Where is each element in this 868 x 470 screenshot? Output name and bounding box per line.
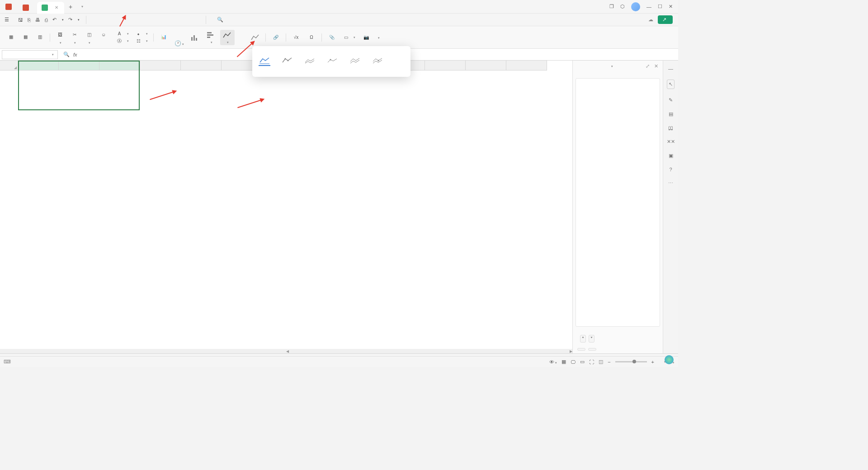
sheet-icon[interactable]: ▤ [669, 111, 673, 117]
search-icon[interactable]: 🔍 [63, 52, 70, 57]
equation-icon: √x [292, 33, 301, 42]
search-icon[interactable]: 🔍 [217, 17, 223, 23]
wordart-icon: A [116, 31, 123, 37]
tab-workbook[interactable]: ✕ [37, 2, 64, 14]
name-box[interactable]: ▾ [2, 50, 58, 59]
pivot-table-button[interactable]: ▦ [4, 32, 18, 43]
col-header-B[interactable] [59, 61, 99, 70]
backup-icon[interactable]: ▣ [669, 153, 673, 159]
wordart-button[interactable]: A▾ [113, 30, 132, 38]
grid[interactable] [0, 70, 572, 349]
show-all-button[interactable] [577, 348, 585, 351]
undo-icon[interactable]: ↶ [52, 17, 57, 23]
hide-all-button[interactable] [588, 348, 596, 351]
pin-icon[interactable]: ⤢ [646, 63, 650, 69]
equation-button[interactable]: √x [289, 32, 303, 43]
select-all-corner[interactable]: ◢ [0, 61, 18, 70]
table-icon: ▥ [35, 33, 44, 42]
bar-chart-button[interactable]: ▾ [204, 30, 218, 45]
percent-line-icon[interactable] [349, 56, 361, 66]
table-button[interactable]: ▥ [33, 32, 47, 43]
fx-icon[interactable]: fx [73, 52, 77, 57]
pane-footer: ˄ ˅ [573, 332, 663, 345]
close-icon[interactable]: ✕ [53, 5, 60, 10]
avatar[interactable] [631, 2, 640, 11]
tab-add-button[interactable]: + [64, 3, 77, 10]
cloud-icon[interactable]: ☁ [648, 17, 653, 23]
layout-view-icon[interactable]: ◫ [599, 359, 603, 365]
stats-icon[interactable]: 🕮 [668, 125, 673, 131]
tab-templates[interactable] [18, 2, 36, 14]
normal-view-icon[interactable]: 🖵 [571, 359, 576, 365]
status-right: 👁▾ ▦ 🖵 ▭ ⛶ ◫ − + ▾ ⤡ [549, 359, 675, 365]
undo-dropdown[interactable]: ▾ [62, 18, 64, 22]
attach-button[interactable]: 📎 [325, 32, 339, 43]
shapes-button[interactable]: ◫▾ [82, 29, 96, 46]
print-icon[interactable]: 🖶 [35, 17, 40, 23]
col-header-K[interactable] [425, 61, 466, 70]
tools-icon[interactable]: ✕✕ [667, 139, 675, 145]
style-icon[interactable]: ✎ [669, 97, 673, 103]
col-header-D[interactable] [140, 61, 181, 70]
svg-point-8 [288, 60, 289, 61]
object-list[interactable] [576, 78, 660, 327]
close-icon[interactable]: ✕ [654, 63, 658, 69]
col-header-M[interactable] [506, 61, 547, 70]
collapse-icon[interactable]: — [668, 66, 673, 71]
file-menu[interactable]: ☰ [2, 17, 14, 23]
col-header-C[interactable] [99, 61, 140, 70]
attach-icon: 📎 [327, 33, 336, 42]
more-icon[interactable]: ⋯ [668, 180, 673, 186]
line-type-icon[interactable] [259, 56, 270, 66]
maximize-button[interactable]: ☐ [658, 4, 662, 9]
page-view-icon[interactable]: ▭ [580, 359, 585, 365]
flowchart-button[interactable]: ⬥▾ [132, 30, 151, 38]
preview-icon[interactable]: ⎙ [45, 17, 48, 23]
col-header-A[interactable] [18, 61, 59, 70]
redo-icon[interactable]: ↷ [68, 17, 72, 23]
picture-button[interactable]: 🖼▾ [53, 29, 67, 46]
h-scrollbar[interactable]: ◀ ▶ [0, 349, 572, 353]
cube-icon[interactable]: ⬡ [620, 4, 625, 9]
down-button[interactable]: ˅ [589, 335, 594, 343]
label: ▾ [73, 40, 76, 45]
mindmap-button[interactable]: ☷▾ [132, 38, 151, 45]
col-header-E[interactable] [181, 61, 222, 70]
grid-view-icon[interactable]: ▦ [561, 359, 566, 365]
share-button[interactable]: ↗ [658, 15, 673, 24]
all-charts-button[interactable]: 📊 [156, 32, 171, 43]
zoom-in-button[interactable]: + [651, 359, 654, 365]
form-button[interactable]: ▭▾ [340, 34, 358, 41]
keyboard-icon[interactable]: ⌨ [4, 359, 11, 365]
zoom-out-button[interactable]: − [608, 359, 610, 365]
stacked-line-marker-icon[interactable] [326, 56, 338, 66]
screenshot-button[interactable]: ✂▾ [67, 29, 82, 46]
redo-dropdown[interactable]: ▾ [78, 18, 80, 22]
reading-view-icon[interactable]: ⛶ [589, 359, 594, 365]
percent-line-marker-icon[interactable] [372, 56, 383, 66]
window-dup-icon[interactable]: ❐ [609, 4, 614, 9]
close-button[interactable]: ✕ [669, 4, 673, 9]
help-icon[interactable]: ? [669, 167, 672, 172]
pivot-chart-button[interactable]: ▦ [18, 32, 33, 43]
tab-add-dropdown[interactable]: ▾ [77, 5, 88, 9]
camera-button[interactable]: 📷 [359, 32, 373, 43]
column-chart-button[interactable] [188, 32, 202, 43]
select-tool-icon[interactable]: ↖ [667, 80, 675, 89]
line-marker-icon[interactable] [281, 56, 293, 66]
chart-clock-button[interactable]: 🕐▾ [172, 28, 187, 47]
line-chart-button[interactable]: ▾ [220, 30, 235, 45]
stacked-line-icon[interactable] [304, 56, 316, 66]
icons-button[interactable]: ☺ [96, 29, 111, 41]
textbox-button[interactable]: Ⓐ▾ [113, 38, 132, 45]
up-button[interactable]: ˄ [580, 335, 586, 343]
col-header-L[interactable] [466, 61, 506, 70]
export-icon[interactable]: ⎘ [28, 17, 31, 23]
zoom-slider[interactable] [615, 361, 647, 362]
pane-body [573, 75, 663, 332]
symbol-button[interactable]: Ω [304, 32, 319, 43]
save-icon[interactable]: 🖫 [18, 17, 23, 23]
minimize-button[interactable]: — [646, 4, 651, 9]
eye-icon[interactable]: 👁▾ [549, 359, 557, 365]
link-button[interactable]: 🔗 [269, 32, 283, 43]
